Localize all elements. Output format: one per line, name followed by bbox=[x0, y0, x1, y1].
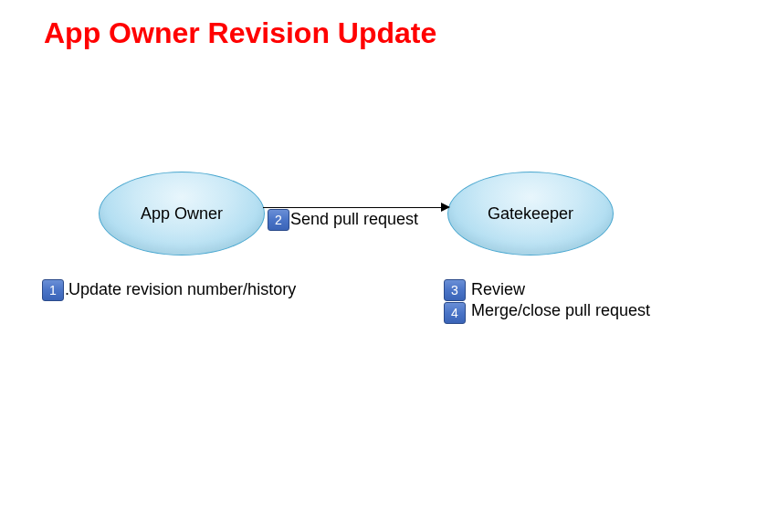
node-gatekeeper-label: Gatekeeper bbox=[488, 204, 573, 224]
step-badge-2: 2 bbox=[268, 209, 289, 231]
step-text-4: Merge/close pull request bbox=[471, 301, 650, 320]
node-gatekeeper: Gatekeeper bbox=[447, 172, 614, 256]
step-text-2: Send pull request bbox=[290, 210, 418, 229]
page-title: App Owner Revision Update bbox=[44, 16, 436, 50]
step-badge-1: 1 bbox=[42, 279, 64, 301]
arrow-line bbox=[263, 207, 441, 208]
step-badge-3: 3 bbox=[444, 279, 466, 301]
arrow-head-icon bbox=[441, 203, 450, 212]
step-text-1: .Update revision number/history bbox=[65, 280, 296, 299]
node-app-owner-label: App Owner bbox=[141, 204, 223, 224]
node-app-owner: App Owner bbox=[99, 172, 265, 256]
step-text-3: Review bbox=[471, 280, 525, 299]
step-badge-4: 4 bbox=[444, 302, 466, 324]
step-text-1-content: Update revision number/history bbox=[68, 280, 296, 298]
